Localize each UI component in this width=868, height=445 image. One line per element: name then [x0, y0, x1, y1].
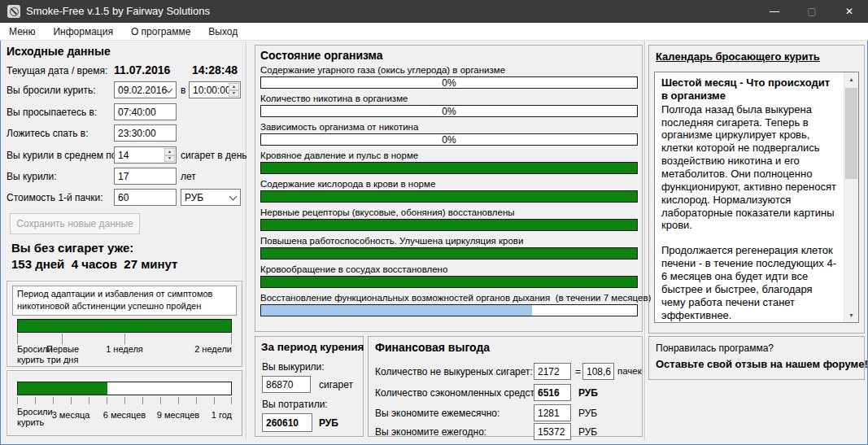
bar-nicotine-dependence: 0% [260, 133, 638, 146]
save-data-button[interactable]: Сохранить новые данные [10, 213, 140, 234]
scroll-down-icon[interactable]: ▼ [844, 308, 858, 322]
bar-label-co: Содержание угарного газа (окись углерода… [260, 65, 505, 75]
window-title: Smoke-Free v.1.5 by Fairway Solutions [26, 5, 210, 17]
bar-label-nicotine-dependence: Зависимость организма от никотина [260, 122, 418, 132]
bar-oxygen [260, 190, 638, 203]
maximize-button: ▢ [793, 0, 831, 23]
tick-label: 6 месяцев [100, 410, 149, 421]
smoking-period-panel: За период курения Вы выкурили: 86870 сиг… [255, 336, 364, 437]
current-time-value: 14:28:48 [192, 63, 238, 76]
year-tick-labels: Бросили курить 3 месяца 6 месяцев 9 меся… [17, 407, 232, 430]
spent-suffix: РУБ [319, 417, 338, 429]
equals-sign: = [575, 366, 581, 377]
bar-receptors [260, 219, 638, 231]
bar-nicotine-amount: 0% [260, 105, 638, 117]
menu-item-information[interactable]: Информация [44, 23, 121, 40]
avg-cigarettes-stepper[interactable]: 14 ▲ ▼ [114, 146, 177, 164]
bar-label-circulation: Кровообращение в сосудах восстановлено [260, 264, 447, 274]
body-state-heading: Состояние организма [260, 49, 383, 62]
avg-cigarettes-value: 14 [118, 150, 129, 161]
smoking-period-heading: За период курения [261, 341, 364, 353]
tick-label: 3 месяца [46, 410, 95, 421]
smoked-years-value: 17 [118, 171, 129, 182]
bar-nicotine-amount-value: 0% [261, 106, 637, 116]
smoked-years-field[interactable]: 17 [114, 168, 177, 185]
spin-up-icon[interactable]: ▲ [229, 83, 239, 90]
bar-label-receptors: Нервные рецепторы (вкусовые, обоняния) в… [260, 207, 515, 217]
spent-label: Вы потратили: [262, 399, 328, 410]
bar-blood-pressure [260, 162, 638, 174]
column-divider-right [644, 41, 646, 440]
sleep-time-field[interactable]: 23:30:00 [114, 124, 177, 142]
calendar-paragraph: Полгода назад была выкурена последняя си… [661, 103, 839, 233]
feedback-cta[interactable]: Оставьте свой отзыв на нашем форуме! [656, 358, 868, 370]
not-smoked-value: 2172 [538, 366, 560, 377]
current-datetime-label: Текущая дата / время: [7, 65, 107, 76]
tick-label: 1 неделя [100, 344, 149, 355]
bar-performance [260, 247, 638, 260]
avg-spin-buttons[interactable]: ▲ ▼ [164, 148, 175, 162]
tick-label: Первые три дня [41, 344, 84, 364]
smoked-years-suffix: лет [181, 171, 196, 182]
spin-up-icon[interactable]: ▲ [164, 148, 175, 155]
pack-cost-value: 60 [118, 192, 129, 203]
smoked-count-value: 86870 [266, 379, 293, 390]
no-smoking-icon [10, 7, 19, 16]
calendar-article: Шестой месяц - Что происходит в организм… [661, 76, 839, 323]
saved-money-value: 6516 [538, 387, 560, 399]
bar-co: 0% [260, 76, 638, 89]
quit-date-combobox[interactable]: 09.02.2016 [114, 81, 177, 98]
bar-label-oxygen: Содержание кислорода в крови в норме [260, 179, 435, 189]
spin-down-icon[interactable]: ▼ [229, 90, 239, 98]
spent-value: 260610 [266, 417, 299, 429]
packs-value: 108,6 [587, 366, 611, 377]
pack-cost-field[interactable]: 60 [114, 189, 177, 206]
monthly-savings-field: 1281 [534, 404, 571, 421]
year-progressbar [17, 382, 232, 395]
close-button[interactable]: ✕ [831, 0, 868, 23]
monthly-savings-label: Вы экономите ежемесячно: [375, 408, 499, 419]
wake-time-field[interactable]: 07:40:00 [114, 103, 177, 120]
quit-time-value: 10:00:00 [193, 85, 231, 96]
wake-time-value: 07:40:00 [118, 107, 156, 118]
bar-circulation [260, 276, 638, 288]
saved-money-field: 6516 [534, 384, 571, 401]
not-smoked-label: Количество не выкуреных сигарет: [375, 366, 533, 377]
year-groupbox: Бросили курить 3 месяца 6 месяцев 9 меся… [7, 370, 242, 436]
bar-co-value: 0% [261, 77, 637, 88]
avg-cigarettes-label: Вы курили в среднем по: [7, 150, 120, 161]
quit-time-spinner[interactable]: 10:00:00 ▲ ▼ [189, 81, 241, 98]
calendar-textbox: Шестой месяц - Что происходит в организм… [654, 72, 859, 323]
yearly-savings-field: 15372 [534, 423, 571, 440]
quit-date-label: Вы бросили курить: [7, 85, 96, 96]
minimize-button[interactable]: — [756, 0, 793, 23]
menu-item-menu[interactable]: Меню [0, 23, 44, 40]
adaptation-groupbox: Период адаптации и избавления от симптом… [7, 281, 242, 367]
currency-combobox[interactable]: РУБ [181, 189, 241, 206]
maximize-icon: ▢ [807, 6, 816, 17]
avg-cigarettes-suffix: сигарет в день [181, 150, 247, 161]
finance-heading: Финансовая выгода [375, 341, 490, 354]
close-icon: ✕ [845, 6, 853, 17]
pack-cost-label: Стоимость 1-й пачки: [7, 192, 103, 203]
calendar-paragraph: Продолжается регенерация клеток печени -… [661, 244, 839, 321]
not-smoked-field: 2172 [534, 363, 571, 380]
spin-down-icon[interactable]: ▼ [164, 155, 175, 163]
menu-item-exit[interactable]: Выход [199, 23, 246, 40]
feedback-panel: Понравилась программа? Оставьте свой отз… [648, 336, 865, 380]
calendar-article-title: Шестой месяц - Что происходит в организм… [661, 76, 839, 103]
bar-breathing [260, 304, 638, 316]
menu-item-about[interactable]: О программе [122, 23, 199, 40]
bar-label-breathing: Восстановление функциональных возможност… [260, 293, 651, 303]
quit-time-spin-buttons[interactable]: ▲ ▼ [229, 83, 239, 97]
calendar-scrollbar[interactable]: ▲ ▼ [844, 72, 858, 322]
two-week-ticks [17, 334, 232, 344]
packs-field: 108,6 [582, 363, 614, 380]
bar-nicotine-dependence-value: 0% [261, 134, 637, 145]
scrollbar-thumb[interactable] [845, 88, 857, 179]
scroll-up-icon[interactable]: ▲ [844, 72, 858, 86]
calendar-panel: Календарь бросающего курить Шестой месяц… [648, 45, 865, 334]
currency-value: РУБ [185, 192, 203, 203]
minimize-icon: — [770, 6, 779, 17]
smoked-count-field: 86870 [262, 376, 311, 393]
